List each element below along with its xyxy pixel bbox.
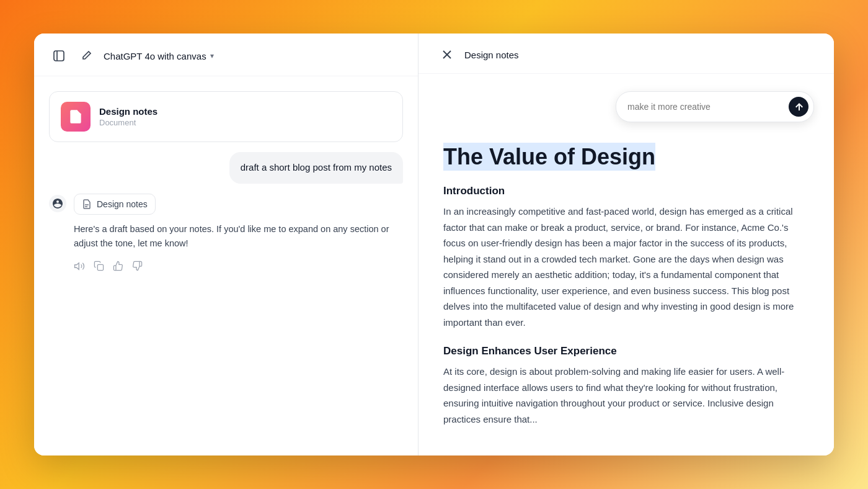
speaker-icon[interactable]: [74, 261, 85, 272]
canvas-prompt-input[interactable]: [627, 102, 782, 112]
close-panel-button[interactable]: [438, 46, 456, 63]
section2-heading: Design Enhances User Experience: [443, 345, 809, 357]
canvas-prompt-bar[interactable]: [616, 91, 814, 122]
attachment-title: Design notes: [99, 106, 157, 117]
attachment-subtitle: Document: [99, 118, 157, 127]
svg-point-4: [49, 195, 66, 212]
model-name: ChatGPT 4o with canvas: [104, 51, 206, 61]
attachment-card[interactable]: Design notes Document: [49, 91, 403, 142]
canvas-title: Design notes: [464, 50, 519, 60]
user-message-bubble: draft a short blog post from my notes: [229, 152, 403, 184]
copy-icon[interactable]: [94, 261, 104, 271]
doc-chip-label: Design notes: [97, 199, 148, 209]
right-header: Design notes: [418, 34, 834, 74]
ai-response: Design notes Here's a draft based on you…: [49, 194, 403, 272]
intro-paragraph: In an increasingly competitive and fast-…: [443, 204, 809, 330]
doc-icon-wrap: [61, 102, 91, 132]
chevron-down-icon: ▾: [210, 52, 214, 60]
ai-response-text: Here's a draft based on your notes. If y…: [74, 222, 403, 251]
action-icons-row: [74, 261, 403, 272]
left-panel: ChatGPT 4o with canvas ▾ Design notes: [34, 34, 418, 455]
doc-heading-wrap: The Value of Design: [443, 143, 809, 170]
user-message-wrap: draft a short blog post from my notes: [49, 152, 403, 184]
doc-main-heading: The Value of Design: [443, 143, 655, 171]
ai-avatar: [49, 195, 66, 212]
right-panel: Design notes The Value of Design Introdu…: [418, 34, 834, 455]
ai-response-content: Design notes Here's a draft based on you…: [74, 194, 403, 272]
canvas-content: The Value of Design Introduction In an i…: [418, 74, 834, 455]
svg-marker-7: [75, 263, 79, 270]
canvas-prompt-submit-button[interactable]: [789, 97, 808, 117]
thumbs-down-icon[interactable]: [132, 261, 143, 271]
doc-reference-chip[interactable]: Design notes: [74, 194, 156, 215]
thumbs-up-icon[interactable]: [113, 261, 123, 271]
sidebar-toggle-button[interactable]: [49, 46, 69, 66]
svg-rect-8: [97, 265, 103, 271]
intro-section-heading: Introduction: [443, 185, 809, 197]
left-header: ChatGPT 4o with canvas ▾: [34, 34, 418, 76]
section2-paragraph: At its core, design is about problem-sol…: [443, 364, 809, 427]
model-selector[interactable]: ChatGPT 4o with canvas ▾: [104, 51, 214, 61]
attachment-info: Design notes Document: [99, 106, 157, 127]
left-chat-content: Design notes Document draft a short blog…: [34, 76, 418, 455]
edit-button[interactable]: [76, 46, 96, 66]
svg-rect-0: [54, 51, 64, 61]
